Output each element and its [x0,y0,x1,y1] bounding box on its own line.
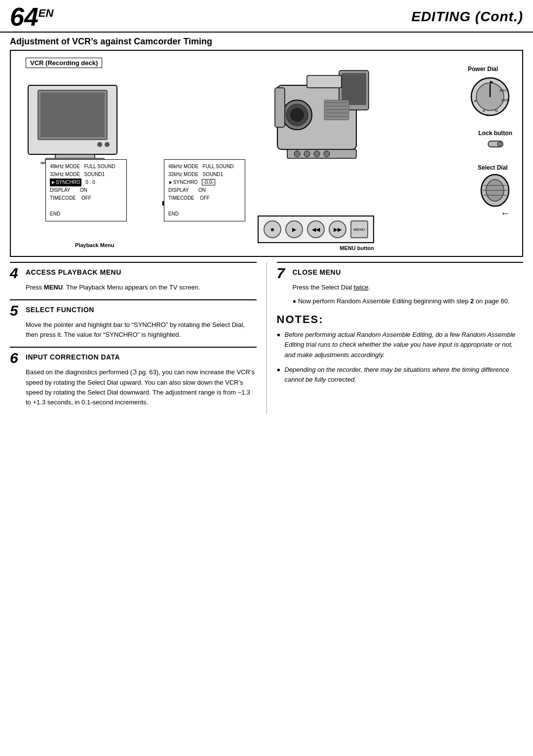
select-dial-label: Select Dial [478,164,512,171]
menu-panel-left: 48kHz MODE FULL SOUND 32kHz MODE SOUND1 … [45,159,127,221]
section-title: EDITING (Cont.) [411,9,523,25]
note-item-2: Depending on the recorder, there may be … [277,365,524,385]
content-area: 4 ACCESS PLAYBACK MENU Press MENU. The P… [10,262,523,414]
step-6-block: 6 INPUT CORRECTION DATA Based on the dia… [10,347,257,407]
step-5-body: Move the pointer and highlight bar to “S… [26,320,257,340]
svg-text:A: A [483,109,485,112]
step-4-block: 4 ACCESS PLAYBACK MENU Press MENU. The P… [10,262,257,292]
menu-buttons-row: ■ ▶ ◀◀ ▶▶ MENU [258,216,374,243]
page-number: 64EN [10,4,53,30]
left-column: 4 ACCESS PLAYBACK MENU Press MENU. The P… [10,262,267,414]
svg-point-20 [324,151,330,157]
vcr-monitor-drawing [26,71,124,164]
step-7-title: CLOSE MENU [293,266,341,277]
vcr-label: VCR (Recording deck) [26,58,102,68]
svg-point-6 [97,142,102,147]
svg-point-17 [294,151,300,157]
step-7-number: 7 [277,266,289,281]
lock-button-section: Lock button [478,130,512,148]
step-6-number: 6 [10,351,22,365]
page-subtitle: Adjustment of VCR’s against Camcorder Ti… [0,33,533,50]
camcorder-drawing [248,61,386,189]
notes-title: NOTES: [277,313,524,326]
svg-text:OFF: OFF [501,99,508,102]
svg-rect-14 [307,75,342,88]
select-dial-section: Select Dial ← [478,164,512,219]
menu-panel-right: 48kHz MODE FULL SOUND 32kHz MODE SOUND1 … [164,159,245,221]
svg-point-36 [497,142,501,146]
step-4-number: 4 [10,266,22,281]
right-column: 7 CLOSE MENU Press the Select Dial twice… [267,262,524,414]
rewind-button-icon: ◀◀ [307,220,325,238]
svg-point-18 [304,151,310,157]
step-5-block: 5 SELECT FUNCTION Move the pointer and h… [10,299,257,340]
step-7-body: Press the Select Dial twice. [293,283,524,292]
step-7-subnote: ● Now perform Random Assemble Editing be… [293,296,524,306]
step-5-number: 5 [10,303,22,318]
playback-menu-label: Playback Menu [75,242,114,248]
ff-button-icon: ▶▶ [329,220,346,238]
step-6-body: Based on the diagnostics performed (ℑ pg… [26,367,257,407]
menu-button-area: ■ ▶ ◀◀ ▶▶ MENU MENU button [258,216,374,251]
svg-rect-15 [275,88,285,127]
notes-section: NOTES: Before performing actual Random A… [277,313,524,385]
svg-text:▶: ▶ [490,80,494,84]
lock-button-label: Lock button [478,130,512,137]
menu-button-icon: MENU [350,220,368,238]
svg-rect-21 [324,100,349,120]
svg-text:REC: REC [500,89,507,92]
step-5-title: SELECT FUNCTION [26,303,94,314]
page-header: 64EN EDITING (Cont.) [0,0,533,33]
svg-rect-2 [40,93,105,137]
svg-point-13 [290,108,304,122]
step-6-title: INPUT CORRECTION DATA [26,351,120,361]
svg-point-7 [105,142,110,147]
stop-button-icon: ■ [264,220,281,238]
step-7-block: 7 CLOSE MENU Press the Select Dial twice… [277,262,524,306]
step-4-body: Press MENU. The Playback Menu appears on… [26,283,257,292]
note-item-1: Before performing actual Random Assemble… [277,330,524,360]
power-dial-label: Power Dial [468,66,512,72]
step-4-title: ACCESS PLAYBACK MENU [26,266,121,277]
svg-text:▲: ▲ [474,99,477,102]
menu-button-label: MENU button [258,245,374,251]
diagram-box: VCR (Recording deck) 48kHz MODE FULL SOU… [10,50,523,257]
svg-text:M: M [495,109,498,112]
svg-point-19 [314,151,320,157]
play-button-icon: ▶ [285,220,303,238]
power-dial-section: Power Dial ▶ REC OFF M A ▲ [468,66,512,119]
